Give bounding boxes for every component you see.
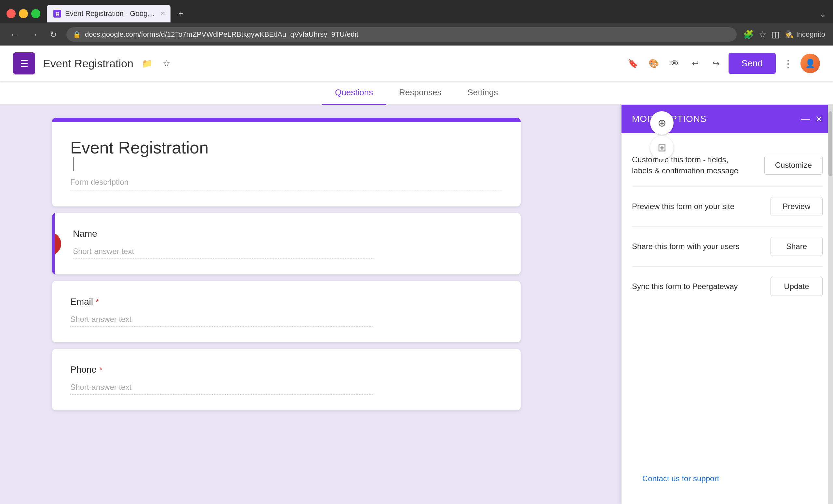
text-cursor	[73, 157, 74, 171]
app-title: Event Registration	[43, 57, 134, 70]
preview-description: Preview this form on your site	[632, 201, 749, 212]
form-area: Form description 3 Name Short-answer tex…	[0, 105, 621, 504]
phone-required-star: *	[99, 365, 102, 375]
email-question-label: Email *	[70, 297, 502, 307]
bookmarks-icon[interactable]: 🔖	[624, 55, 641, 72]
send-button[interactable]: Send	[729, 53, 776, 74]
url-text: docs.google.com/forms/d/12To7mZPVWdlPeLR…	[85, 30, 358, 39]
browser-tab-bar: ▦ Event Registration - Google Fo ✕ + ⌄	[0, 0, 833, 23]
form-description-field[interactable]: Form description	[70, 178, 502, 191]
copy-icon: ⊞	[658, 142, 666, 154]
customize-description: Customize this form - fields, labels & c…	[632, 154, 749, 176]
phone-question-label: Phone *	[70, 364, 502, 375]
panel-close-button[interactable]: ✕	[815, 114, 823, 125]
tab-title: Event Registration - Google Fo	[65, 9, 156, 18]
redo-button[interactable]: ↪	[708, 55, 724, 72]
forward-button[interactable]: →	[27, 28, 40, 41]
maximize-dot[interactable]	[31, 9, 40, 18]
add-question-button[interactable]: ⊕	[650, 111, 673, 135]
panel-body: Customize this form - fields, labels & c…	[621, 133, 833, 504]
sync-option-row: Sync this form to Peergateway Update	[632, 267, 823, 306]
tab-close-button[interactable]: ✕	[159, 10, 167, 18]
browser-chrome: ▦ Event Registration - Google Fo ✕ + ⌄ ←…	[0, 0, 833, 46]
panel-header-icons: — ✕	[801, 114, 823, 125]
share-button[interactable]: Share	[770, 237, 823, 256]
update-button[interactable]: Update	[770, 277, 823, 296]
email-answer-placeholder: Short-answer text	[70, 315, 373, 327]
contact-support-link[interactable]: Contact us for support	[632, 464, 823, 494]
browser-nav-bar: ← → ↻ 🔒 docs.google.com/forms/d/12To7mZP…	[0, 23, 833, 46]
phone-answer-placeholder: Short-answer text	[70, 383, 373, 395]
address-bar[interactable]: 🔒 docs.google.com/forms/d/12To7mZPVWdlPe…	[66, 27, 737, 42]
tab-navigation: Questions Responses Settings	[0, 81, 833, 105]
palette-icon[interactable]: 🎨	[645, 55, 662, 72]
email-question-card: Email * Short-answer text	[52, 281, 521, 343]
more-options-panel: MORE OPTIONS — ✕ Customize this form - f…	[621, 105, 833, 504]
tab-favicon: ▦	[53, 10, 61, 18]
panel-minimize-button[interactable]: —	[801, 114, 810, 125]
extensions-icon[interactable]: 🧩	[743, 30, 754, 40]
import-question-button[interactable]: ⊞	[650, 136, 673, 159]
close-dot[interactable]	[6, 9, 16, 18]
active-tab[interactable]: ▦ Event Registration - Google Fo ✕	[47, 5, 170, 22]
sync-description: Sync this form to Peergateway	[632, 281, 749, 292]
preview-option-row: Preview this form on your site Preview	[632, 187, 823, 227]
name-question-card: 3 Name Short-answer text	[52, 213, 521, 274]
form-header-inner: Form description	[52, 122, 521, 206]
folder-button[interactable]: 📁	[139, 55, 156, 72]
email-required-star: *	[96, 297, 99, 307]
tab-questions[interactable]: Questions	[322, 81, 386, 105]
name-question-label: Name	[73, 229, 502, 239]
form-header-card: Form description	[52, 118, 521, 206]
panel-scrollbar	[828, 105, 833, 504]
profile-icon[interactable]: ◫	[771, 30, 780, 40]
share-description: Share this form with your users	[632, 241, 749, 252]
bookmark-icon[interactable]: ☆	[759, 30, 766, 40]
email-card-inner: Email * Short-answer text	[52, 281, 521, 343]
tab-settings[interactable]: Settings	[455, 81, 511, 105]
customize-button[interactable]: Customize	[764, 156, 823, 175]
forms-logo-icon: ☰	[20, 58, 28, 69]
more-menu-button[interactable]: ⋮	[780, 55, 796, 72]
name-card-inner: Name Short-answer text	[55, 213, 521, 274]
star-button[interactable]: ☆	[158, 55, 175, 72]
user-avatar[interactable]: 👤	[801, 54, 820, 73]
header-right-icons: 🔖 🎨 👁 ↩ ↪ Send ⋮ 👤	[624, 53, 820, 74]
nav-right-icons: 🧩 ☆ ◫ 🕵 Incognito	[743, 30, 825, 40]
tab-responses[interactable]: Responses	[386, 81, 455, 105]
phone-card-inner: Phone * Short-answer text	[52, 349, 521, 410]
app-logo: ☰	[13, 52, 35, 74]
preview-button[interactable]: Preview	[770, 197, 823, 216]
phone-question-card: Phone * Short-answer text	[52, 349, 521, 410]
undo-button[interactable]: ↩	[687, 55, 704, 72]
tab-chevron: ⌄	[819, 8, 827, 19]
form-title-input[interactable]	[70, 138, 502, 157]
incognito-button[interactable]: 🕵 Incognito	[785, 30, 825, 39]
main-content: Form description 3 Name Short-answer tex…	[0, 105, 833, 504]
new-tab-button[interactable]: +	[174, 7, 187, 20]
lock-icon: 🔒	[73, 30, 81, 39]
scrollbar-thumb	[829, 111, 832, 176]
share-option-row: Share this form with your users Share	[632, 227, 823, 267]
minimize-dot[interactable]	[19, 9, 28, 18]
back-button[interactable]: ←	[8, 28, 21, 41]
floating-action-panel: ⊕ ⊞	[650, 111, 673, 159]
add-icon: ⊕	[658, 117, 666, 129]
app-header: ☰ Event Registration 📁 ☆ 🔖 🎨 👁 ↩ ↪ Send …	[0, 46, 833, 81]
header-icons: 📁 ☆	[139, 55, 175, 72]
refresh-button[interactable]: ↻	[47, 28, 60, 41]
browser-dots	[6, 9, 40, 18]
name-answer-placeholder: Short-answer text	[73, 247, 374, 259]
preview-icon[interactable]: 👁	[666, 55, 683, 72]
